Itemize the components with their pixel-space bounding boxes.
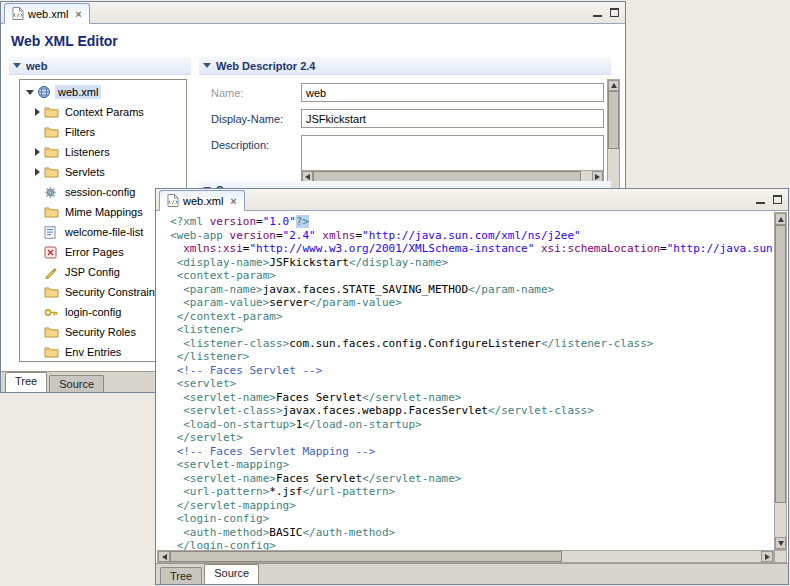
code-line: <!-- Faces Servlet Mapping --> (170, 445, 774, 459)
front-window-buttons (756, 195, 782, 204)
code-line: <url-pattern>*.jsf</url-pattern> (170, 485, 774, 499)
code-line: </listener> (170, 350, 774, 364)
code-line: <auth-method>BASIC</auth-method> (170, 526, 774, 540)
folder-icon (44, 326, 62, 338)
error-icon (44, 246, 62, 259)
editor-horizontal-scrollbar[interactable] (157, 550, 774, 563)
page-tab-tree[interactable]: Tree (160, 567, 202, 584)
scroll-right-icon[interactable] (761, 551, 773, 562)
web-globe-icon (37, 85, 55, 99)
code-line: <login-config> (170, 512, 774, 526)
code-line: <listener-class>com.sun.faces.config.Con… (170, 337, 774, 351)
display-name-field[interactable] (301, 109, 604, 128)
folder-icon (44, 286, 62, 298)
tree-item-label: session-config (62, 185, 138, 199)
code-line: <load-on-startup>1</load-on-startup> (170, 418, 774, 432)
scroll-left-icon[interactable] (158, 551, 170, 562)
folder-icon (44, 346, 62, 358)
minimize-icon[interactable] (756, 195, 765, 204)
maximize-icon[interactable] (610, 8, 619, 17)
code-line: <?xml version="1.0"?> (170, 215, 774, 229)
code-line: </login-config> (170, 539, 774, 550)
close-icon[interactable]: × (230, 196, 236, 206)
descriptor-section-header[interactable]: Web Descriptor 2.4 (199, 57, 611, 75)
tree-item-label: web.xml (55, 85, 101, 99)
scrollbar-thumb[interactable] (170, 551, 562, 562)
tree-item-label: Servlets (62, 165, 108, 179)
tree-item-label: Listeners (62, 145, 113, 159)
name-field[interactable] (301, 83, 604, 102)
tree-item-label: Env Entries (62, 345, 124, 359)
expander-collapsed-icon[interactable] (30, 168, 44, 176)
back-editor-tab-webxml[interactable]: web.xml × (4, 3, 90, 24)
tree-item-label: Context Params (62, 105, 147, 119)
code-line: <display-name>JSFkickstart</display-name… (170, 256, 774, 270)
source-code-area[interactable]: <?xml version="1.0"?><web-app version="2… (157, 212, 774, 550)
code-line: <servlet-name>Faces Servlet</servlet-nam… (170, 391, 774, 405)
gear-icon (44, 186, 62, 199)
back-editor-tab-label: web.xml (28, 8, 68, 20)
web-section-header[interactable]: web (9, 57, 191, 75)
tree-item-root[interactable]: web.xml (20, 82, 186, 102)
folder-icon (44, 146, 62, 158)
front-editor-tab-webxml[interactable]: web.xml × (159, 190, 245, 211)
page-tab-source[interactable]: Source (49, 375, 104, 392)
tree-item[interactable]: Listeners (20, 142, 186, 162)
back-window-buttons (593, 8, 619, 17)
scrollbar-thumb[interactable] (775, 225, 786, 503)
code-line: </servlet-mapping> (170, 499, 774, 513)
code-line: </context-param> (170, 310, 774, 324)
code-line: <servlet-class>javax.faces.webapp.FacesS… (170, 404, 774, 418)
tree-item[interactable]: Servlets (20, 162, 186, 182)
scrollbar-corner (774, 550, 787, 563)
code-line: <web-app version="2.4" xmlns="http://jav… (170, 229, 774, 243)
display-name-field-label: Display-Name: (211, 113, 283, 125)
minimize-icon[interactable] (593, 8, 602, 17)
close-icon[interactable]: × (75, 9, 81, 19)
front-editor-tab-bar: web.xml × (156, 189, 788, 211)
maximize-icon[interactable] (773, 195, 782, 204)
expander-expanded-icon[interactable] (23, 90, 37, 95)
front-editor-tab-label: web.xml (183, 195, 223, 207)
code-line: <param-name>javax.faces.STATE_SAVING_MET… (170, 283, 774, 297)
section-twistie-icon[interactable] (203, 63, 211, 68)
expander-collapsed-icon[interactable] (30, 148, 44, 156)
key-icon (44, 307, 62, 318)
page-tab-tree[interactable]: Tree (5, 372, 47, 392)
folder-icon (44, 106, 62, 118)
expander-collapsed-icon[interactable] (30, 108, 44, 116)
scroll-up-icon[interactable] (608, 80, 619, 91)
description-field-box (301, 135, 604, 183)
code-line: <context-param> (170, 269, 774, 283)
back-editor-tab-bar: web.xml × (1, 2, 625, 24)
code-line: </servlet> (170, 431, 774, 445)
tree-item-label: Security Roles (62, 325, 139, 339)
tree-item[interactable]: Filters (20, 122, 186, 142)
xml-file-icon (167, 194, 179, 207)
code-line: <listener> (170, 323, 774, 337)
front-page-tab-bar: TreeSource (156, 563, 788, 584)
page-tab-source[interactable]: Source (204, 564, 259, 584)
tree-item-label: login-config (62, 305, 124, 319)
scrollbar-thumb[interactable] (608, 91, 619, 149)
code-line: <servlet-mapping> (170, 458, 774, 472)
scroll-up-icon[interactable] (775, 213, 786, 225)
description-field-label: Description: (211, 139, 269, 151)
section-twistie-icon[interactable] (13, 63, 21, 68)
tree-item-label: Security Constraint (62, 285, 161, 299)
tree-item-label: welcome-file-list (62, 225, 146, 239)
description-field[interactable] (302, 136, 603, 170)
editor-vertical-scrollbar[interactable] (774, 212, 787, 550)
web-xml-source-editor-window: web.xml × <?xml version="1.0"?><web-app … (155, 188, 789, 585)
folder-icon (44, 206, 62, 218)
code-line: xmlns:xsi="http://www.w3.org/2001/XMLSch… (170, 242, 774, 256)
scroll-down-icon[interactable] (775, 537, 786, 549)
descriptor-section-title: Web Descriptor 2.4 (216, 60, 315, 72)
xml-file-icon (12, 7, 24, 20)
tree-item-label: Mime Mappings (62, 205, 146, 219)
tree-item[interactable]: Context Params (20, 102, 186, 122)
code-line: <servlet-name>Faces Servlet</servlet-nam… (170, 472, 774, 486)
folder-icon (44, 166, 62, 178)
tree-item-label: Error Pages (62, 245, 127, 259)
web-section-title: web (26, 60, 47, 72)
